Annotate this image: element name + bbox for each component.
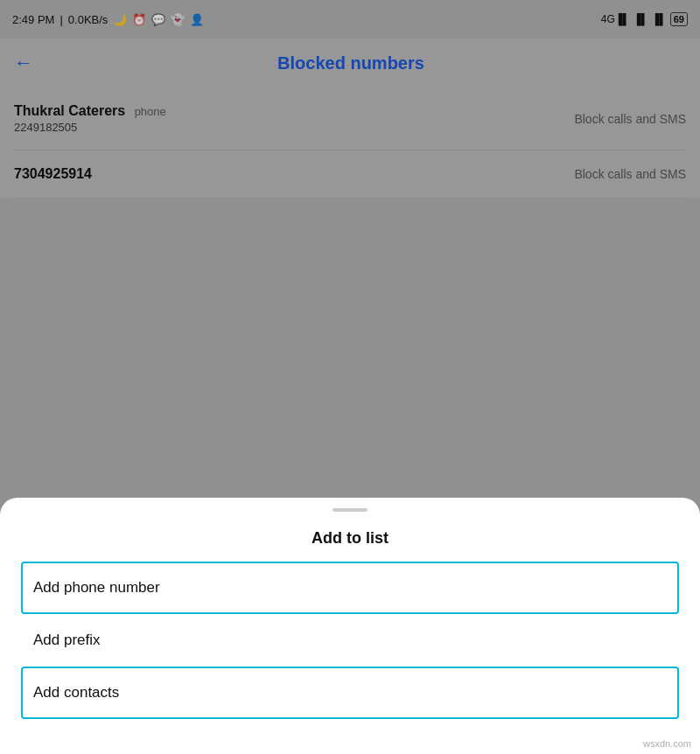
sheet-handle [332, 508, 368, 512]
option-add-phone[interactable]: Add phone number [21, 562, 679, 614]
watermark: wsxdn.com [643, 738, 691, 749]
option-add-contacts[interactable]: Add contacts [21, 667, 679, 719]
bottom-sheet: Add to list Add phone number Add prefix … [0, 498, 700, 754]
option-add-prefix[interactable]: Add prefix [21, 614, 679, 667]
sheet-title: Add to list [0, 519, 700, 562]
sheet-options: Add phone number Add prefix Add contacts [0, 562, 700, 719]
